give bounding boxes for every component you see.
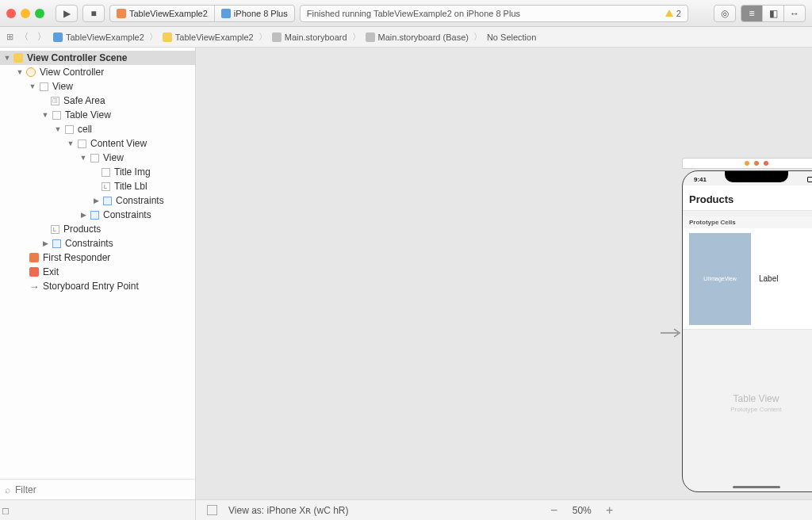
folder-icon (163, 32, 172, 42)
scene-dot-2-icon (754, 161, 759, 166)
status-time: 9:41 (694, 176, 707, 183)
home-indicator-icon (733, 486, 780, 488)
standard-editor-button[interactable]: ≡ (741, 5, 763, 22)
tree-content-view[interactable]: ▼Content View (0, 136, 195, 151)
tv-placeholder-sub: Prototype Content (683, 406, 812, 413)
warning-count: 2 (676, 9, 681, 18)
tree-products-label[interactable]: LProducts (0, 222, 195, 236)
editor-mode-segmented: ≡ ◧ ↔ (741, 5, 806, 22)
filter-icon: ⌕ (5, 484, 10, 495)
related-items-icon[interactable]: ⊞ (6, 32, 13, 42)
scene-mini-toolbar[interactable] (682, 158, 812, 169)
jump-bar: ⊞ 〈 〉 TableViewExample2 〉 TableViewExamp… (0, 27, 812, 48)
prototype-header: Prototype Cells (683, 216, 812, 229)
zoom-in-button[interactable]: + (603, 503, 617, 518)
minimize-window-icon[interactable] (21, 9, 30, 18)
canvas-bottom-bar: ◻ View as: iPhone Xʀ (wC hR) − 50% + (0, 499, 812, 520)
scene-dot-1-icon (745, 161, 749, 166)
scheme-control[interactable]: TableViewExample2 iPhone 8 Plus (109, 5, 295, 22)
main-toolbar: ▶ ■ TableViewExample2 iPhone 8 Plus Fini… (0, 0, 812, 27)
activity-status[interactable]: Finished running TableViewExample2 on iP… (300, 5, 688, 22)
ib-canvas[interactable]: 9:41 Products Prototype Cells UIImageVie… (196, 48, 812, 499)
zoom-out-button[interactable]: − (547, 503, 561, 518)
forward-button[interactable]: 〉 (34, 31, 48, 43)
status-text: Finished running TableViewExample2 on iP… (307, 9, 520, 18)
tree-title-img[interactable]: Title Img (0, 165, 195, 179)
tree-exit[interactable]: Exit (0, 265, 195, 279)
tree-constraints-1[interactable]: ▶Constraints (0, 193, 195, 208)
zoom-window-icon[interactable] (35, 9, 44, 18)
crumb-selection[interactable]: No Selection (485, 32, 538, 42)
scheme-target: TableViewExample2 (129, 9, 208, 18)
crumb-group[interactable]: TableViewExample2 (161, 32, 255, 42)
tree-view[interactable]: ▼View (0, 79, 195, 94)
storyboard-base-icon (366, 32, 375, 42)
filter-input[interactable] (15, 484, 190, 495)
version-editor-button[interactable]: ↔ (783, 5, 806, 22)
crumb-storyboard-base[interactable]: Main.storyboard (Base) (364, 32, 470, 42)
cell-label[interactable]: Label (759, 274, 778, 283)
run-button[interactable]: ▶ (56, 5, 78, 22)
tree-constraints-2[interactable]: ▶Constraints (0, 208, 195, 222)
tableview-placeholder: Table View Prototype Content (683, 393, 812, 413)
library-button[interactable]: ◎ (714, 5, 736, 22)
tree-safe-area[interactable]: ◫Safe Area (0, 94, 195, 108)
zoom-level[interactable]: 50% (573, 505, 592, 516)
crumb-project[interactable]: TableViewExample2 (52, 32, 146, 42)
tree-title-lbl[interactable]: LTitle Lbl (0, 179, 195, 193)
cell-imageview[interactable]: UIImageView (689, 233, 751, 325)
tree-cell[interactable]: ▼cell (0, 122, 195, 136)
device-config-icon[interactable] (207, 505, 217, 515)
arrow-right-icon: → (29, 281, 40, 292)
storyboard-icon (272, 32, 282, 42)
tree-constraints-3[interactable]: ▶Constraints (0, 236, 195, 250)
warning-icon (665, 10, 673, 17)
battery-icon (807, 177, 812, 182)
tree-entry-point[interactable]: →Storyboard Entry Point (0, 279, 195, 293)
crumb-storyboard[interactable]: Main.storyboard (270, 32, 349, 42)
tree-scene[interactable]: ▼View Controller Scene (0, 51, 195, 65)
tree-table-view[interactable]: ▼Table View (0, 108, 195, 122)
outline-toggle-icon[interactable]: ◻ (2, 505, 10, 516)
warnings-indicator[interactable]: 2 (665, 9, 681, 18)
main-area: ▼View Controller Scene ▼View Controller … (0, 48, 812, 499)
project-icon (53, 32, 63, 42)
view-as-label[interactable]: View as: iPhone Xʀ (wC hR) (228, 505, 349, 516)
assistant-editor-button[interactable]: ◧ (762, 5, 784, 22)
scheme-device: iPhone 8 Plus (234, 9, 288, 18)
device-icon (221, 9, 231, 18)
outline-tree[interactable]: ▼View Controller Scene ▼View Controller … (0, 48, 195, 479)
stop-button[interactable]: ■ (82, 5, 105, 22)
nav-title: Products (689, 193, 812, 205)
document-outline: ▼View Controller Scene ▼View Controller … (0, 48, 196, 499)
nav-bar: Products (683, 185, 812, 211)
tree-first-responder[interactable]: First Responder (0, 250, 195, 265)
window-controls (6, 9, 44, 18)
storyboard-entry-arrow-icon[interactable] (661, 327, 683, 338)
tv-placeholder-title: Table View (683, 393, 812, 404)
device-preview[interactable]: 9:41 Products Prototype Cells UIImageVie… (682, 170, 812, 492)
tree-inner-view[interactable]: ▼View (0, 151, 195, 165)
notch-icon (725, 171, 788, 182)
outline-filter-bar: ⌕ (0, 479, 195, 499)
scene-dot-3-icon (764, 161, 768, 166)
tree-view-controller[interactable]: ▼View Controller (0, 65, 195, 79)
close-window-icon[interactable] (6, 9, 16, 18)
prototype-cell[interactable]: UIImageView Label (683, 228, 812, 330)
back-button[interactable]: 〈 (17, 31, 31, 43)
